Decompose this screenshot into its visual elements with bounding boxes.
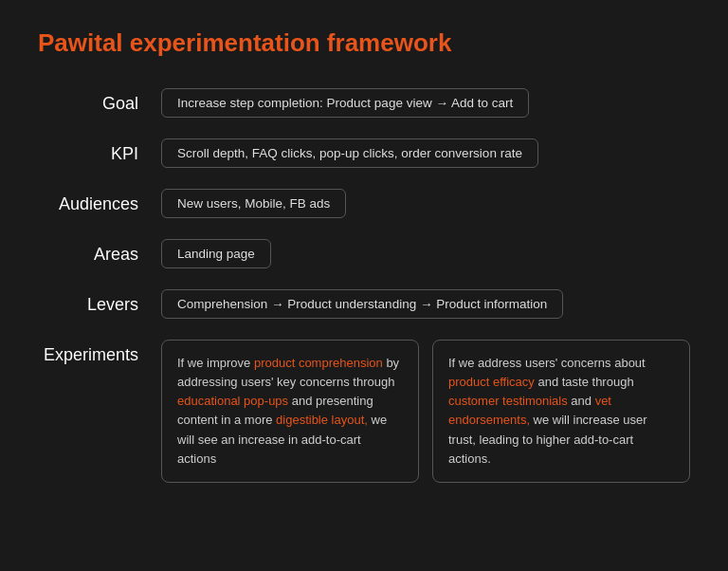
tag-box: Increase step completion: Product page v…	[161, 88, 529, 118]
framework-row: LeversComprehension → Product understand…	[38, 289, 690, 319]
highlight-text: product comprehension	[254, 356, 383, 370]
experiments-content: If we improve product comprehension by a…	[161, 340, 690, 483]
experiment-card: If we address users' concerns about prod…	[432, 340, 690, 483]
highlight-text: digestible layout,	[276, 413, 368, 427]
row-label: KPI	[38, 138, 161, 164]
tag-box: Landing page	[161, 239, 271, 268]
page-title: Pawital experimentation framework	[38, 28, 690, 58]
experiments-row: Experiments If we improve product compre…	[38, 340, 690, 483]
row-label: Levers	[38, 289, 161, 315]
highlight-text: educational pop-ups	[177, 394, 288, 408]
row-content: Scroll depth, FAQ clicks, pop-up clicks,…	[161, 138, 690, 168]
tag-box: Scroll depth, FAQ clicks, pop-up clicks,…	[161, 138, 538, 168]
experiment-card: If we improve product comprehension by a…	[161, 340, 419, 483]
highlight-text: customer testimonials	[448, 394, 568, 408]
framework-row: AreasLanding page	[38, 239, 690, 268]
experiments-label: Experiments	[38, 340, 161, 365]
row-label: Areas	[38, 239, 161, 265]
row-label: Audiences	[38, 189, 161, 214]
row-content: Comprehension → Product understanding → …	[161, 289, 690, 319]
framework-row: KPIScroll depth, FAQ clicks, pop-up clic…	[38, 138, 690, 168]
highlight-text: product efficacy	[448, 375, 535, 389]
row-content: New users, Mobile, FB ads	[161, 189, 690, 218]
framework-rows: GoalIncrease step completion: Product pa…	[38, 88, 690, 319]
framework-row: AudiencesNew users, Mobile, FB ads	[38, 189, 690, 218]
row-label: Goal	[38, 88, 161, 114]
row-content: Increase step completion: Product page v…	[161, 88, 690, 118]
tag-box: Comprehension → Product understanding → …	[161, 289, 563, 319]
tag-box: New users, Mobile, FB ads	[161, 189, 346, 218]
framework-row: GoalIncrease step completion: Product pa…	[38, 88, 690, 118]
row-content: Landing page	[161, 239, 690, 268]
